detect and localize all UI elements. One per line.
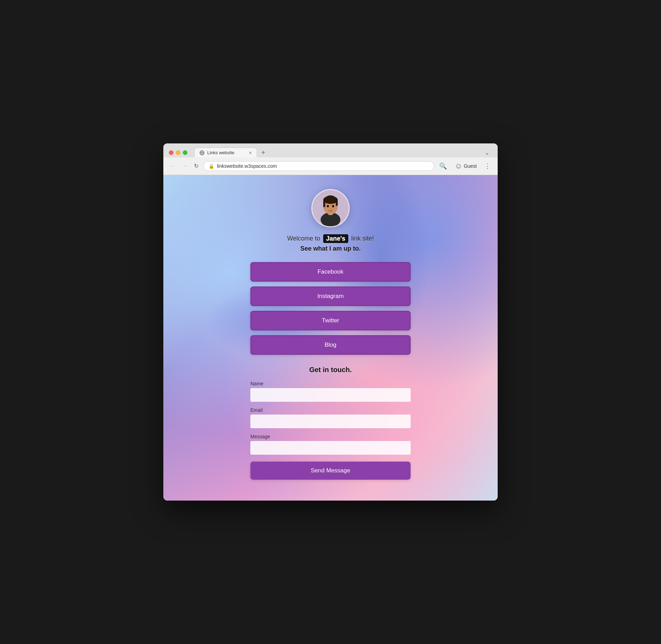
profile-area[interactable]: ☺ Guest bbox=[452, 160, 480, 172]
message-field-group: Message bbox=[250, 434, 411, 455]
contact-heading: Get in touch. bbox=[309, 366, 352, 374]
tab-title: Links website bbox=[207, 150, 234, 155]
blog-button[interactable]: Blog bbox=[250, 335, 411, 355]
svg-point-11 bbox=[327, 205, 329, 207]
browser-window: Links website × + ⌄ ← → ↻ 🔒 linkswebsite… bbox=[163, 143, 498, 501]
menu-button[interactable]: ⋮ bbox=[483, 161, 492, 171]
forward-button[interactable]: → bbox=[181, 162, 189, 170]
email-field-group: Email bbox=[250, 407, 411, 428]
twitter-button[interactable]: Twitter bbox=[250, 311, 411, 330]
address-bar-row: ← → ↻ 🔒 linkswebsite.w3spaces.com 🔍 ☺ Gu… bbox=[163, 157, 498, 175]
maximize-button[interactable] bbox=[183, 150, 187, 155]
browser-chrome: Links website × + ⌄ ← → ↻ 🔒 linkswebsite… bbox=[163, 143, 498, 175]
profile-label: Guest bbox=[464, 163, 477, 169]
title-bar: Links website × + ⌄ bbox=[163, 143, 498, 157]
tab-bar: Links website × + ⌄ bbox=[194, 148, 492, 157]
link-buttons: Facebook Instagram Twitter Blog bbox=[250, 262, 411, 355]
more-button[interactable]: ⌄ bbox=[482, 149, 492, 156]
message-label: Message bbox=[250, 434, 411, 439]
svg-point-13 bbox=[330, 208, 331, 209]
tagline: See what I am up to. bbox=[300, 245, 360, 252]
svg-point-12 bbox=[332, 205, 334, 207]
search-button[interactable]: 🔍 bbox=[438, 161, 448, 171]
active-tab[interactable]: Links website × bbox=[194, 148, 257, 157]
facebook-button[interactable]: Facebook bbox=[250, 262, 411, 282]
minimize-button[interactable] bbox=[176, 150, 180, 155]
svg-rect-8 bbox=[323, 200, 325, 207]
lock-icon: 🔒 bbox=[209, 164, 214, 169]
email-input[interactable] bbox=[250, 415, 411, 428]
name-label: Name bbox=[250, 381, 411, 386]
instagram-button[interactable]: Instagram bbox=[250, 286, 411, 306]
globe-icon bbox=[200, 150, 204, 155]
message-input[interactable] bbox=[250, 441, 411, 455]
name-badge: Jane's bbox=[323, 234, 348, 243]
send-message-button[interactable]: Send Message bbox=[250, 462, 411, 480]
svg-rect-9 bbox=[336, 200, 338, 206]
reload-button[interactable]: ↻ bbox=[193, 162, 200, 170]
profile-icon: ☺ bbox=[454, 162, 462, 171]
url-text: linkswebsite.w3spaces.com bbox=[217, 163, 277, 169]
address-bar[interactable]: 🔒 linkswebsite.w3spaces.com bbox=[203, 161, 434, 171]
close-button[interactable] bbox=[169, 150, 173, 155]
new-tab-button[interactable]: + bbox=[258, 149, 268, 157]
tab-close-button[interactable]: × bbox=[249, 150, 252, 155]
contact-form: Name Email Message Send Message bbox=[250, 381, 411, 480]
svg-point-10 bbox=[326, 195, 335, 201]
avatar bbox=[311, 189, 350, 227]
page-inner: Welcome to Jane's link site! See what I … bbox=[163, 175, 498, 501]
avatar-image bbox=[312, 190, 349, 226]
page-content: Welcome to Jane's link site! See what I … bbox=[163, 175, 498, 501]
name-input[interactable] bbox=[250, 388, 411, 402]
email-label: Email bbox=[250, 407, 411, 413]
back-button[interactable]: ← bbox=[169, 162, 177, 170]
traffic-lights bbox=[169, 150, 187, 155]
welcome-text: Welcome to Jane's link site! bbox=[287, 234, 374, 243]
name-field-group: Name bbox=[250, 381, 411, 402]
